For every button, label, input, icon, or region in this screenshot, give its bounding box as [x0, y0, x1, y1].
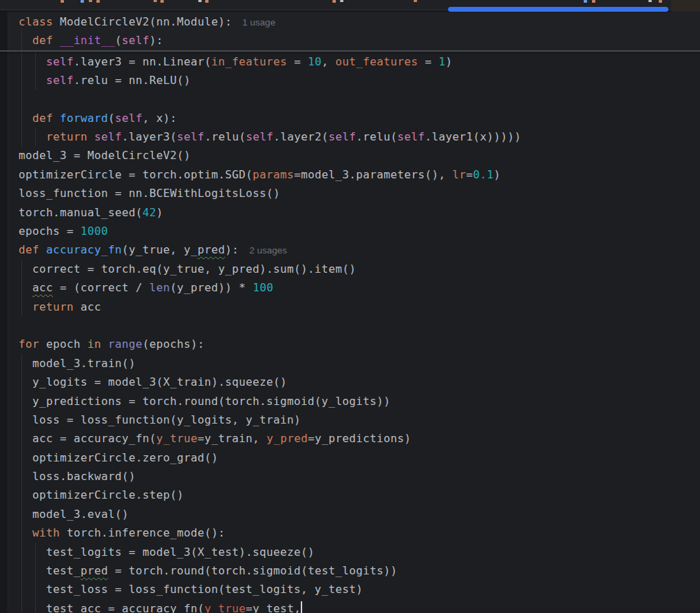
code-line[interactable] [0, 316, 700, 335]
code-line[interactable]: with torch.inference_mode(): [0, 523, 700, 542]
clipped-code-fragment [89, 0, 92, 2]
code-line[interactable]: optimizerCircle.zero_grad() [0, 448, 700, 467]
code-token [19, 300, 32, 313]
code-token: model_3.train() [19, 357, 136, 370]
code-token: acc = accuracy_fn( [19, 432, 156, 445]
code-token: def [19, 243, 39, 256]
code-token: = [466, 168, 473, 181]
code-token: in_features [211, 55, 287, 68]
clipped-code-fragment [332, 0, 336, 3]
code-line[interactable]: self.relu = nn.ReLU() [0, 71, 700, 90]
clipped-code-fragment [340, 0, 343, 2]
code-line[interactable]: model_3.train() [0, 354, 700, 373]
code-token: y_true [204, 602, 246, 613]
code-line[interactable]: optimizerCircle.step() [0, 486, 700, 504]
sticky-code-line[interactable]: def __init__(self): [0, 31, 700, 50]
code-token: torch.inference_mode(): [60, 526, 225, 539]
code-token: for [19, 337, 39, 351]
code-line[interactable]: acc = accuracy_fn(y_true=y_train, y_pred… [0, 429, 700, 448]
code-area[interactable]: self.layer3 = nn.Linear(in_features = 10… [0, 52, 700, 613]
code-token [87, 130, 94, 143]
code-line[interactable]: def forward(self, x): [0, 109, 700, 127]
code-token: , [321, 55, 335, 68]
code-line[interactable]: for epoch in range(epochs): [0, 335, 700, 353]
code-line[interactable]: test_acc = accuracy_fn(y_true=y_test, [0, 599, 700, 613]
code-token: .layer2( [273, 130, 328, 143]
code-token: pred [198, 243, 225, 256]
code-line[interactable]: test_logits = model_3(X_test).squeeze() [0, 543, 700, 561]
code-token: (epochs): [142, 337, 204, 351]
code-line[interactable]: def accuracy_fn(y_true, y_pred):2 usages [0, 240, 700, 259]
code-line[interactable] [0, 90, 700, 108]
code-token: self [122, 34, 149, 47]
code-line[interactable]: torch.manual_seed(42) [0, 203, 700, 222]
code-token [39, 243, 46, 256]
code-token: .layer3 = nn.Linear( [74, 55, 211, 68]
editor-splitter-handle[interactable] [448, 7, 668, 12]
code-token: =y_test, [246, 602, 301, 613]
clipped-code-fragment [96, 0, 100, 3]
code-token: loss_function = nn.BCEWithLogitsLoss() [19, 187, 280, 200]
code-token: y_true [156, 432, 198, 445]
code-token: loss.backward() [19, 470, 136, 483]
usage-hint[interactable]: 1 usage [242, 17, 275, 28]
clipped-code-strip [0, 0, 700, 12]
code-token: def [32, 112, 53, 125]
code-token [19, 55, 46, 68]
code-token: self [246, 130, 273, 143]
code-token: test_logits = model_3(X_test).squeeze() [19, 546, 315, 559]
clipped-code-fragment [81, 0, 84, 3]
code-token [19, 130, 46, 143]
sticky-code-line[interactable]: class ModelCircleV2(nn.Module):1 usage [0, 12, 700, 31]
code-token: __init__ [60, 34, 115, 47]
text-caret [301, 601, 302, 613]
code-token: self [94, 130, 122, 143]
code-line[interactable]: return acc [0, 298, 700, 316]
code-line[interactable]: loss = loss_function(y_logits, y_train) [0, 411, 700, 429]
code-token: return [32, 300, 74, 313]
code-line[interactable]: test_pred = torch.round(torch.sigmoid(te… [0, 561, 700, 580]
clipped-code-fragment [648, 0, 652, 2]
code-line[interactable]: acc = (correct / len(y_pred)) * 100 [0, 278, 700, 297]
code-token: test_acc = accuracy_fn( [19, 602, 204, 613]
clipped-code-fragment [198, 0, 202, 2]
code-token: in [87, 337, 101, 351]
code-line[interactable]: optimizerCircle = torch.optim.SGD(params… [0, 165, 700, 184]
clipped-code-fragment [160, 0, 164, 3]
usage-hint[interactable]: 2 usages [249, 245, 287, 256]
code-line[interactable]: model_3 = ModelCircleV2() [0, 146, 700, 165]
code-token: test_ [19, 564, 81, 577]
code-token: ) [494, 168, 500, 181]
code-token [19, 112, 32, 125]
code-token [19, 34, 32, 47]
clipped-code-fragment [61, 0, 64, 3]
code-token: 42 [142, 206, 156, 219]
code-token: optimizerCircle.zero_grad() [19, 451, 218, 464]
code-token: optimizerCircle = torch.optim.SGD( [19, 168, 253, 181]
code-token: ) [156, 206, 163, 219]
code-token: .layer3( [122, 130, 177, 143]
code-line[interactable]: loss.backward() [0, 467, 700, 486]
code-line[interactable]: y_logits = model_3(X_train).squeeze() [0, 373, 700, 391]
code-token: pred [81, 564, 108, 577]
code-token: = (correct / [53, 281, 149, 294]
code-token: self [397, 130, 425, 143]
code-token: self [328, 130, 356, 143]
code-token: self [46, 55, 74, 68]
code-token: model_3.eval() [19, 508, 129, 521]
code-token: 10 [308, 55, 321, 68]
code-line[interactable]: epochs = 1000 [0, 222, 700, 240]
code-line[interactable]: y_predictions = torch.round(torch.sigmoi… [0, 392, 700, 411]
code-token: .relu = nn.ReLU() [74, 74, 191, 87]
code-line[interactable]: test_loss = loss_function(test_logits, y… [0, 580, 700, 599]
code-line[interactable]: return self.layer3(self.relu(self.layer2… [0, 127, 700, 146]
code-line[interactable]: correct = torch.eq(y_true, y_pred).sum()… [0, 260, 700, 278]
code-line[interactable]: loss_function = nn.BCEWithLogitsLoss() [0, 184, 700, 202]
code-token: forward [60, 112, 108, 125]
code-token: out_features [335, 55, 418, 68]
code-token: = [418, 55, 438, 68]
code-line[interactable]: model_3.eval() [0, 505, 700, 523]
code-token: ) [445, 55, 452, 68]
code-token: epoch [39, 337, 87, 351]
code-token: acc [32, 281, 53, 294]
